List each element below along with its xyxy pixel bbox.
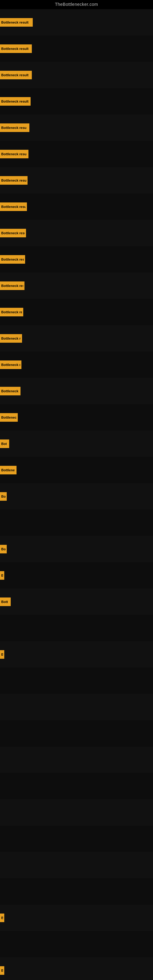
result-bar: Bottleneck result xyxy=(0,71,32,79)
bar-container: Bott xyxy=(0,589,153,615)
bar-container: B xyxy=(0,641,153,668)
bar-container: B xyxy=(0,957,153,980)
result-bar: Bo xyxy=(0,545,7,554)
bar-container xyxy=(0,615,153,641)
bar-label: Bottlene xyxy=(1,468,15,472)
bar-label: Bottleneck resu xyxy=(1,152,27,156)
bar-label: B xyxy=(1,969,3,972)
bar-container: Bottleneck re xyxy=(0,325,153,352)
bar-label: Bo xyxy=(1,547,5,551)
result-bar: B xyxy=(0,966,4,975)
bar-label: B xyxy=(1,916,3,920)
bar-label: Bottleneck res xyxy=(1,310,22,314)
bar-container xyxy=(0,826,153,852)
bar-container: Bottlene xyxy=(0,457,153,483)
result-bar: Bottleneck resu xyxy=(0,229,26,237)
bar-label: Bottleneck resu xyxy=(1,284,23,288)
result-bar: Bottleneck resu xyxy=(0,150,29,158)
result-bar: B xyxy=(0,913,4,922)
bar-label: Bottleneck resu xyxy=(1,205,26,208)
bar-container xyxy=(0,799,153,826)
bar-container xyxy=(0,720,153,747)
result-bar: Bottleneck result xyxy=(0,18,33,27)
result-bar: Bottleneck re xyxy=(0,360,21,369)
result-bar: Bottleneck re xyxy=(0,334,22,343)
bar-container xyxy=(0,747,153,773)
result-bar: B xyxy=(0,650,4,659)
bar-container xyxy=(0,668,153,694)
page-wrapper: TheBottlenecker.com Bottleneck resultBot… xyxy=(0,0,153,980)
result-bar: Bottleneck resu xyxy=(0,202,27,211)
bar-container: Bottleneck resu xyxy=(0,246,153,272)
bar-container: Bottleneck resu xyxy=(0,167,153,194)
bar-container: Bottlenec xyxy=(0,404,153,431)
result-bar: Bo xyxy=(0,492,7,501)
bar-label: Bottleneck result xyxy=(1,47,29,51)
bar-label: Bottleneck re xyxy=(1,363,20,367)
bar-container: Bottleneck res xyxy=(0,299,153,325)
bar-container xyxy=(0,510,153,536)
bar-container xyxy=(0,931,153,957)
bar-container: Bo xyxy=(0,536,153,562)
bar-container xyxy=(0,694,153,720)
bar-container: Bottleneck result xyxy=(0,88,153,115)
bar-label: Bottleneck resu xyxy=(1,231,25,235)
bar-container: Bottleneck resu xyxy=(0,272,153,299)
bar-label: Bot xyxy=(1,442,7,445)
bars-section: Bottleneck resultBottleneck resultBottle… xyxy=(0,9,153,980)
bar-container: B xyxy=(0,905,153,931)
result-bar: Bot xyxy=(0,439,9,448)
bar-label: Bottleneck resu xyxy=(1,258,24,261)
result-bar: Bottleneck resu xyxy=(0,123,29,132)
bar-label: Bottleneck result xyxy=(1,100,29,103)
bar-label: Bottleneck resu xyxy=(1,178,26,182)
bar-container: Bottleneck result xyxy=(0,9,153,35)
bar-container xyxy=(0,852,153,878)
result-bar: Bottleneck resu xyxy=(0,176,27,185)
result-bar: Bottlene xyxy=(0,466,16,474)
result-bar: B xyxy=(0,571,4,580)
bar-label: Bottleneck re xyxy=(1,337,21,340)
bar-container: Bottleneck resu xyxy=(0,194,153,220)
bar-container: Bottleneck result xyxy=(0,62,153,88)
bar-container: Bot xyxy=(0,431,153,457)
result-bar: Bottleneck result xyxy=(0,45,32,53)
result-bar: Bottleneck resu xyxy=(0,255,25,264)
bar-container: Bottleneck resu xyxy=(0,141,153,167)
result-bar: Bottleneck res xyxy=(0,308,23,317)
bar-container: Bottleneck result xyxy=(0,35,153,62)
bar-label: Bo xyxy=(1,495,5,498)
bar-label: Bottleneck result xyxy=(1,73,29,77)
result-bar: Bottleneck resu xyxy=(0,282,24,290)
bar-label: Bottlenec xyxy=(1,415,16,419)
bar-label: Bottleneck result xyxy=(1,21,29,24)
result-bar: Bottleneck result xyxy=(0,97,30,106)
bar-container: Bo xyxy=(0,483,153,510)
bar-container: Bottleneck resu xyxy=(0,220,153,246)
bar-label: Bottleneck re xyxy=(1,389,19,393)
site-title: TheBottlenecker.com xyxy=(0,0,153,9)
bar-container: B xyxy=(0,562,153,589)
bar-container xyxy=(0,878,153,905)
bar-label: Bott xyxy=(1,600,8,604)
bar-label: B xyxy=(1,574,3,577)
result-bar: Bottleneck re xyxy=(0,387,21,395)
bar-label: B xyxy=(1,652,3,656)
bar-label: Bottleneck resu xyxy=(1,126,27,130)
bar-container xyxy=(0,773,153,799)
bar-container: Bottleneck re xyxy=(0,352,153,378)
bar-container: Bottleneck resu xyxy=(0,115,153,141)
result-bar: Bottlenec xyxy=(0,413,18,422)
bar-container: Bottleneck re xyxy=(0,378,153,404)
result-bar: Bott xyxy=(0,598,11,606)
